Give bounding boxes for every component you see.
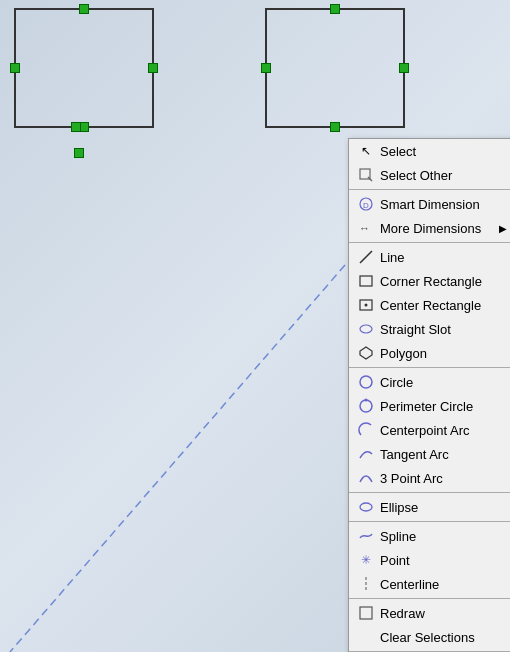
separator <box>349 492 510 493</box>
sketch-rectangle-1 <box>14 8 154 128</box>
ellipse-icon <box>357 498 375 516</box>
menu-label-center-rect: Center Rectangle <box>380 298 507 313</box>
separator <box>349 189 510 190</box>
submenu-arrow: ▶ <box>499 223 507 234</box>
menu-item-polygon[interactable]: Polygon <box>349 341 510 365</box>
svg-line-5 <box>360 251 372 263</box>
menu-label-perim-circle: Perimeter Circle <box>380 399 507 414</box>
context-menu: Select Select Other D Smart Dimension ↔ … <box>348 138 510 652</box>
menu-label-tangent-arc: Tangent Arc <box>380 447 507 462</box>
svg-point-9 <box>360 325 372 333</box>
menu-label-ellipse: Ellipse <box>380 500 507 515</box>
constraint-dot <box>330 122 340 132</box>
menu-item-3point-arc[interactable]: 3 Point Arc <box>349 466 510 490</box>
menu-label-redraw: Redraw <box>380 606 507 621</box>
constraint-dot <box>79 4 89 14</box>
constraint-dot <box>10 63 20 73</box>
menu-label-centerline: Centerline <box>380 577 507 592</box>
centerline-icon <box>357 575 375 593</box>
menu-label-line: Line <box>380 250 507 265</box>
cursor-icon <box>357 142 375 160</box>
menu-label-select-other: Select Other <box>380 168 507 183</box>
3point-arc-icon <box>357 469 375 487</box>
menu-item-ellipse[interactable]: Ellipse <box>349 495 510 519</box>
corner-rect-icon <box>357 272 375 290</box>
menu-label-3point-arc: 3 Point Arc <box>380 471 507 486</box>
constraint-dot <box>148 63 158 73</box>
svg-rect-6 <box>360 276 372 286</box>
separator <box>349 242 510 243</box>
menu-item-corner-rect[interactable]: Corner Rectangle <box>349 269 510 293</box>
point-icon: ✳ <box>357 551 375 569</box>
redraw-icon <box>357 604 375 622</box>
svg-text:D: D <box>363 201 369 210</box>
constraint-dot <box>261 63 271 73</box>
svg-text:✳: ✳ <box>361 553 371 567</box>
menu-item-straight-slot[interactable]: Straight Slot <box>349 317 510 341</box>
svg-point-12 <box>360 400 372 412</box>
menu-item-tangent-arc[interactable]: Tangent Arc <box>349 442 510 466</box>
menu-item-spline[interactable]: Spline <box>349 524 510 548</box>
menu-label-clear-selections: Clear Selections <box>380 630 507 645</box>
straight-slot-icon <box>357 320 375 338</box>
centerpoint-arc-icon <box>357 421 375 439</box>
menu-item-centerline[interactable]: Centerline <box>349 572 510 596</box>
separator <box>349 598 510 599</box>
center-rect-icon <box>357 296 375 314</box>
polygon-icon <box>357 344 375 362</box>
menu-item-perim-circle[interactable]: Perimeter Circle <box>349 394 510 418</box>
svg-rect-17 <box>360 607 372 619</box>
menu-item-point[interactable]: ✳ Point <box>349 548 510 572</box>
menu-item-line[interactable]: Line <box>349 245 510 269</box>
more-dim-icon: ↔ <box>357 219 375 237</box>
menu-label-corner-rect: Corner Rectangle <box>380 274 507 289</box>
menu-item-more-dim[interactable]: ↔ More Dimensions ▶ <box>349 216 510 240</box>
line-icon <box>357 248 375 266</box>
smart-dim-icon: D <box>357 195 375 213</box>
svg-text:↔: ↔ <box>359 222 370 234</box>
tangent-arc-icon <box>357 445 375 463</box>
svg-point-8 <box>365 304 368 307</box>
constraint-dot <box>74 148 84 158</box>
menu-label-spline: Spline <box>380 529 507 544</box>
menu-item-circle[interactable]: Circle <box>349 370 510 394</box>
clear-icon <box>357 628 375 646</box>
menu-item-center-rect[interactable]: Center Rectangle <box>349 293 510 317</box>
constraint-dot <box>330 4 340 14</box>
spline-icon <box>357 527 375 545</box>
perim-circle-icon <box>357 397 375 415</box>
svg-point-14 <box>360 503 372 511</box>
separator <box>349 521 510 522</box>
svg-point-13 <box>365 399 368 402</box>
menu-label-point: Point <box>380 553 507 568</box>
svg-point-11 <box>360 376 372 388</box>
constraint-dot <box>399 63 409 73</box>
menu-item-select[interactable]: Select <box>349 139 510 163</box>
circle-icon <box>357 373 375 391</box>
constraint-dot-corner <box>71 122 81 132</box>
menu-item-centerpoint-arc[interactable]: Centerpoint Arc <box>349 418 510 442</box>
separator <box>349 367 510 368</box>
menu-label-straight-slot: Straight Slot <box>380 322 507 337</box>
select-other-icon <box>357 166 375 184</box>
menu-label-more-dim: More Dimensions <box>380 221 499 236</box>
menu-label-centerpoint-arc: Centerpoint Arc <box>380 423 507 438</box>
menu-item-select-other[interactable]: Select Other <box>349 163 510 187</box>
svg-marker-10 <box>360 347 372 359</box>
menu-label-polygon: Polygon <box>380 346 507 361</box>
sketch-rectangle-2 <box>265 8 405 128</box>
menu-label-select: Select <box>380 144 507 159</box>
menu-item-clear-selections[interactable]: Clear Selections <box>349 625 510 649</box>
menu-label-circle: Circle <box>380 375 507 390</box>
menu-item-smart-dim[interactable]: D Smart Dimension <box>349 192 510 216</box>
menu-label-smart-dim: Smart Dimension <box>380 197 507 212</box>
menu-item-redraw[interactable]: Redraw <box>349 601 510 625</box>
canvas-area: Select Select Other D Smart Dimension ↔ … <box>0 0 510 652</box>
svg-line-0 <box>10 265 345 652</box>
